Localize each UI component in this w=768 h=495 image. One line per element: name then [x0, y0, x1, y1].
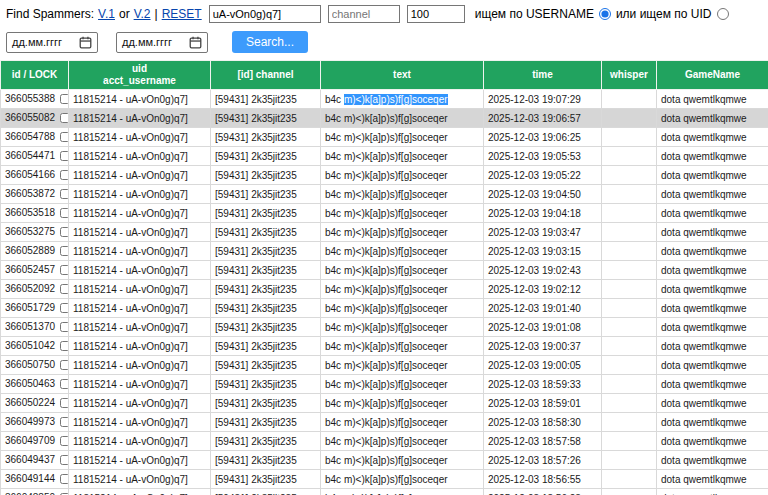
time-cell: 2025-12-03 19:04:50	[484, 185, 602, 204]
id-lock-cell: 366051042	[1, 337, 69, 356]
message-id: 366052457	[5, 264, 55, 275]
time-cell: 2025-12-03 18:56:55	[484, 470, 602, 489]
time-cell: 2025-12-03 19:03:47	[484, 223, 602, 242]
lock-checkbox[interactable]	[60, 360, 68, 370]
gamename-cell: dota qwemtlkqmwe	[657, 432, 768, 451]
lock-checkbox[interactable]	[60, 151, 68, 161]
table-row: 36605478811815214 - uA-vOn0g)q7][59431] …	[1, 128, 768, 147]
channel-cell: [59431] 2k35jit235	[211, 432, 321, 451]
gamename-cell: dota qwemtlkqmwe	[657, 356, 768, 375]
table-row: 36605508211815214 - uA-vOn0g)q7][59431] …	[1, 109, 768, 128]
time-cell: 2025-12-03 19:02:12	[484, 280, 602, 299]
message-id: 366050224	[5, 397, 55, 408]
date-from-input[interactable]: дд.мм.гггг	[6, 32, 98, 53]
uid-cell: 11815214 - uA-vOn0g)q7]	[69, 90, 211, 109]
lock-checkbox[interactable]	[60, 227, 68, 237]
gamename-cell: dota qwemtlkqmwe	[657, 185, 768, 204]
time-cell: 2025-12-03 18:56:23	[484, 489, 602, 495]
calendar-icon[interactable]	[79, 36, 92, 49]
message-id: 366054471	[5, 150, 55, 161]
time-cell: 2025-12-03 19:00:05	[484, 356, 602, 375]
search-button[interactable]: Search...	[232, 31, 308, 53]
gamename-cell: dota qwemtlkqmwe	[657, 147, 768, 166]
uid-cell: 11815214 - uA-vOn0g)q7]	[69, 204, 211, 223]
lock-checkbox[interactable]	[60, 379, 68, 389]
channel-cell: [59431] 2k35jit235	[211, 261, 321, 280]
search-mode-radio-group: ищем по USERNAME или ищем по UID	[475, 7, 731, 21]
username-input[interactable]	[209, 5, 321, 23]
table-row: 36605022411815214 - uA-vOn0g)q7][59431] …	[1, 394, 768, 413]
uid-cell: 11815214 - uA-vOn0g)q7]	[69, 413, 211, 432]
search-controls-row: Find Spammers: V.1 or V.2 | RESET ищем п…	[6, 5, 762, 23]
text-cell: b4c m)<)k[a]p)s)f[g]soceqer	[321, 356, 484, 375]
whisper-cell	[602, 489, 657, 495]
time-cell: 2025-12-03 19:01:08	[484, 318, 602, 337]
lock-checkbox[interactable]	[60, 189, 68, 199]
message-id: 366055388	[5, 93, 55, 104]
table-row: 36605172911815214 - uA-vOn0g)q7][59431] …	[1, 299, 768, 318]
id-lock-cell: 366049144	[1, 470, 69, 489]
lock-checkbox[interactable]	[60, 208, 68, 218]
v1-link[interactable]: V.1	[98, 7, 115, 21]
table-row: 36605327511815214 - uA-vOn0g)q7][59431] …	[1, 223, 768, 242]
lock-checkbox[interactable]	[60, 417, 68, 427]
lock-checkbox[interactable]	[60, 474, 68, 484]
whisper-cell	[602, 318, 657, 337]
calendar-icon[interactable]	[189, 36, 202, 49]
channel-cell: [59431] 2k35jit235	[211, 242, 321, 261]
channel-cell: [59431] 2k35jit235	[211, 318, 321, 337]
lock-checkbox[interactable]	[60, 246, 68, 256]
id-lock-cell: 366053275	[1, 223, 69, 242]
message-id: 366053872	[5, 188, 55, 199]
id-lock-cell: 366050224	[1, 394, 69, 413]
column-header-gamename: GameName	[657, 61, 768, 90]
time-cell: 2025-12-03 18:57:26	[484, 451, 602, 470]
channel-cell: [59431] 2k35jit235	[211, 299, 321, 318]
search-by-username-radio[interactable]	[599, 8, 611, 20]
lock-checkbox[interactable]	[60, 132, 68, 142]
lock-checkbox[interactable]	[60, 170, 68, 180]
message-id: 366051042	[5, 340, 55, 351]
whisper-cell	[602, 109, 657, 128]
limit-input[interactable]	[407, 5, 465, 23]
lock-checkbox[interactable]	[60, 113, 68, 123]
id-lock-cell: 366055388	[1, 90, 69, 109]
time-cell: 2025-12-03 19:05:22	[484, 166, 602, 185]
channel-cell: [59431] 2k35jit235	[211, 147, 321, 166]
search-by-uid-radio[interactable]	[717, 8, 729, 20]
channel-input[interactable]	[328, 5, 400, 23]
uid-cell: 11815214 - uA-vOn0g)q7]	[69, 109, 211, 128]
lock-checkbox[interactable]	[60, 322, 68, 332]
text-cell: b4c m)<)k[a]p)s)f[g]soceqer	[321, 261, 484, 280]
id-lock-cell: 366052889	[1, 242, 69, 261]
date-to-input[interactable]: дд.мм.гггг	[116, 32, 208, 53]
column-header-id-channel: [id] channel	[211, 61, 321, 90]
gamename-cell: dota qwemtlkqmwe	[657, 166, 768, 185]
text-cell: b4c m)<)k[a]p)s)f[g]soceqer	[321, 90, 484, 109]
whisper-cell	[602, 261, 657, 280]
whisper-cell	[602, 166, 657, 185]
or-label: or	[119, 7, 130, 21]
selected-text: m)<)k[a]p)s)f[g]soceqer	[344, 94, 448, 105]
whisper-cell	[602, 451, 657, 470]
lock-checkbox[interactable]	[60, 455, 68, 465]
lock-checkbox[interactable]	[60, 303, 68, 313]
lock-checkbox[interactable]	[60, 94, 68, 104]
lock-checkbox[interactable]	[60, 341, 68, 351]
whisper-cell	[602, 299, 657, 318]
time-cell: 2025-12-03 19:07:29	[484, 90, 602, 109]
lock-checkbox[interactable]	[60, 398, 68, 408]
gamename-cell: dota qwemtlkqmwe	[657, 451, 768, 470]
message-id: 366053518	[5, 207, 55, 218]
v2-link[interactable]: V.2	[134, 7, 151, 21]
lock-checkbox[interactable]	[60, 265, 68, 275]
table-row: 36605209211815214 - uA-vOn0g)q7][59431] …	[1, 280, 768, 299]
channel-cell: [59431] 2k35jit235	[211, 489, 321, 495]
uid-cell: 11815214 - uA-vOn0g)q7]	[69, 128, 211, 147]
lock-checkbox[interactable]	[60, 284, 68, 294]
channel-cell: [59431] 2k35jit235	[211, 166, 321, 185]
lock-checkbox[interactable]	[60, 436, 68, 446]
date-from-placeholder: дд.мм.гггг	[12, 36, 62, 48]
id-lock-cell: 366052092	[1, 280, 69, 299]
reset-link[interactable]: RESET	[162, 7, 202, 21]
